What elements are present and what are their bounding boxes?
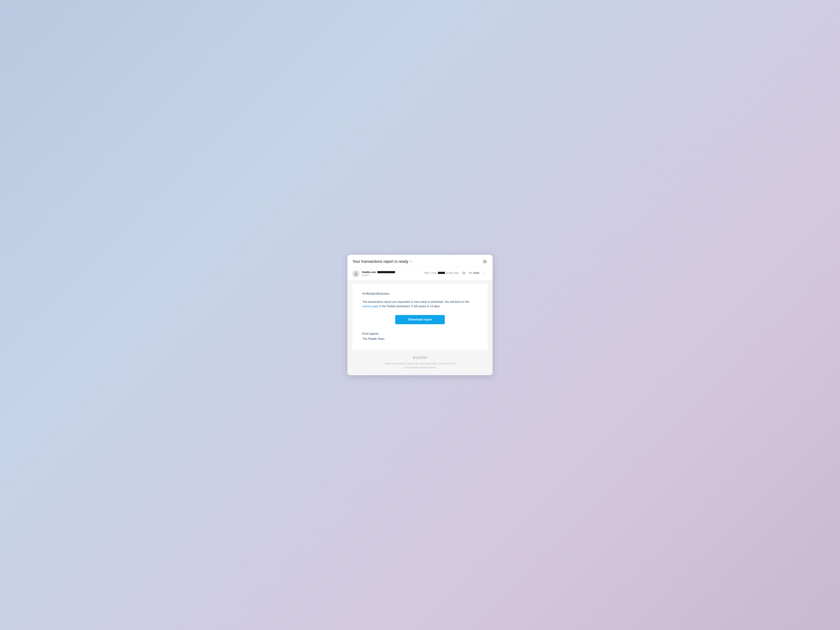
reply-button[interactable]: Reply — [467, 270, 481, 275]
footer-address-text: Paddle.com Market Ltd, Judd House, 18-29… — [352, 362, 488, 366]
person-icon — [354, 272, 358, 276]
email-actions: Reply — [461, 270, 488, 275]
footer-copyright: © 2023 Paddle. All rights reserved. — [352, 366, 488, 370]
date-text: Wed, 2 Aug, — [424, 271, 437, 274]
sender-email-redacted — [377, 271, 395, 273]
svg-point-3 — [485, 272, 485, 273]
sender-info: Paddle.com to me ▾ — [362, 271, 395, 277]
more-icon — [483, 271, 486, 274]
svg-point-2 — [485, 272, 485, 272]
sender-row: Paddle.com to me ▾ Wed, 2 Aug, (2 days a… — [347, 268, 493, 280]
sender-to[interactable]: to me ▾ — [362, 274, 395, 277]
sender-left: Paddle.com to me ▾ — [352, 270, 395, 277]
reply-label: Reply — [473, 271, 480, 274]
email-body-wrapper: Hi Michael McGovern, The transactions re… — [347, 280, 493, 350]
label-icon: ⊳ — [410, 260, 413, 263]
download-button-wrapper: Download report — [362, 315, 478, 324]
paddle-logo-text: paddle — [414, 355, 427, 359]
email-header: Your transactions report is ready ⊳ — [347, 255, 493, 268]
body-text: The transactions report you requested is… — [362, 299, 478, 309]
year-redacted — [438, 272, 445, 274]
footer-address: Paddle.com Market Ltd, Judd House, 18-29… — [352, 362, 488, 370]
sender-name-row: Paddle.com — [362, 271, 395, 274]
email-date: Wed, 2 Aug, (2 days ago) — [424, 271, 459, 274]
email-subject: Your transactions report is ready — [352, 259, 408, 264]
download-report-button[interactable]: Download report — [395, 315, 445, 324]
dropdown-arrow-icon: ▾ — [368, 274, 369, 276]
sender-name: Paddle.com — [362, 271, 376, 274]
paddle-logo: paddle — [352, 355, 488, 360]
more-button[interactable] — [482, 270, 488, 275]
svg-point-4 — [485, 274, 485, 274]
sender-right: Wed, 2 Aug, (2 days ago) Reply — [424, 270, 488, 275]
reports-page-link[interactable]: reports page — [362, 305, 378, 308]
print-button[interactable] — [482, 259, 488, 264]
subject-area: Your transactions report is ready ⊳ — [352, 259, 413, 264]
reply-icon — [469, 271, 472, 274]
star-icon — [462, 271, 466, 274]
paddle-logo-dot — [413, 357, 414, 358]
svg-marker-1 — [463, 271, 465, 274]
email-footer: paddle Paddle.com Market Ltd, Judd House… — [347, 350, 493, 375]
print-icon — [483, 260, 486, 263]
date-suffix: (2 days ago) — [446, 271, 459, 274]
svg-rect-0 — [484, 262, 486, 263]
sign-off: Kind regards, The Paddle Team — [362, 331, 478, 342]
star-button[interactable] — [461, 270, 467, 275]
email-client-window: Your transactions report is ready ⊳ Padd… — [347, 255, 493, 375]
sign-off-line2: The Paddle Team — [362, 336, 478, 342]
greeting: Hi Michael McGovern, — [362, 292, 478, 295]
to-label: to me — [362, 274, 368, 277]
sign-off-line1: Kind regards, — [362, 331, 478, 336]
avatar — [352, 270, 360, 277]
email-content-card: Hi Michael McGovern, The transactions re… — [352, 284, 488, 350]
